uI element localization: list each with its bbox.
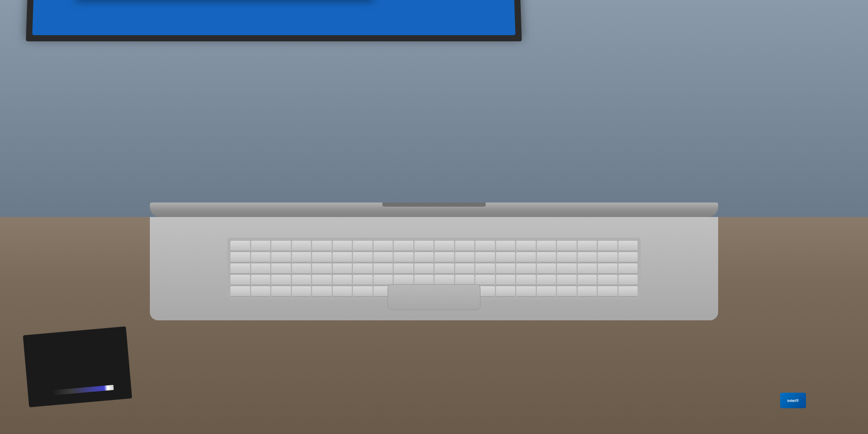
- keyboard-key: [271, 252, 291, 262]
- keyboard-key: [414, 252, 434, 262]
- keyboard-key: [353, 264, 373, 274]
- keyboard-key: [374, 264, 393, 274]
- keyboard-key: [475, 264, 495, 274]
- keyboard-key: [455, 252, 475, 262]
- keyboard-key: [435, 275, 454, 285]
- keyboard-key: [598, 275, 617, 285]
- keyboard-key: [251, 275, 271, 285]
- keyboard-key: [353, 241, 373, 251]
- keyboard-key: [333, 252, 352, 262]
- keyboard-key: [271, 286, 291, 297]
- keyboard-key: [598, 252, 617, 262]
- keyboard-key: [374, 252, 393, 262]
- keyboard-key: [353, 275, 373, 285]
- keyboard-key: [557, 252, 577, 262]
- keyboard-key: [230, 275, 250, 285]
- keyboard-key: [414, 264, 434, 274]
- keyboard-key: [455, 241, 475, 251]
- keyboard-key: [292, 264, 312, 274]
- keyboard-key: [374, 275, 393, 285]
- keyboard-key: [251, 252, 271, 262]
- keyboard-key: [516, 264, 536, 274]
- keyboard-key: [251, 286, 271, 297]
- keyboard-key: [292, 275, 312, 285]
- keyboard-key: [618, 286, 638, 297]
- keyboard-key: [537, 252, 556, 262]
- keyboard-key: [271, 241, 291, 251]
- keyboard-key: [557, 286, 577, 297]
- keyboard-key: [516, 241, 536, 251]
- keyboard-key: [333, 264, 352, 274]
- keyboard-key: [618, 241, 638, 251]
- keyboard-key: [557, 264, 577, 274]
- keyboard-area: [150, 217, 718, 320]
- keyboard-key: [230, 252, 250, 262]
- keyboard-key: [496, 252, 516, 262]
- keyboard-key: [496, 264, 516, 274]
- keyboard-key: [455, 275, 475, 285]
- keyboard-key: [516, 286, 536, 297]
- keyboard-key: [312, 286, 332, 297]
- keyboard-key: [230, 241, 250, 251]
- keyboard-key: [251, 264, 271, 274]
- keyboard-key: [312, 252, 332, 262]
- keyboard-key: [414, 241, 434, 251]
- keyboard-key: [598, 286, 617, 297]
- keyboard-key: [516, 275, 536, 285]
- laptop-screen-bezel: Task Manager – □ ✕ File Options View Pro…: [26, 0, 522, 41]
- laptop-base: [150, 203, 718, 217]
- keyboard-key: [475, 252, 495, 262]
- keyboard-key: [557, 241, 577, 251]
- keyboard-key: [435, 241, 454, 251]
- keyboard-key: [271, 264, 291, 274]
- keyboard-key: [312, 264, 332, 274]
- keyboard-key: [578, 252, 597, 262]
- keyboard-key: [333, 241, 352, 251]
- keyboard-key: [312, 275, 332, 285]
- keyboard-key: [251, 241, 271, 251]
- keyboard-key: [618, 275, 638, 285]
- keyboard-key: [230, 286, 250, 297]
- keyboard-key: [435, 252, 454, 262]
- keyboard-key: [537, 241, 556, 251]
- keyboard-key: [598, 264, 617, 274]
- keyboard-key: [537, 286, 556, 297]
- keyboard-key: [435, 264, 454, 274]
- keyboard-key: [475, 241, 495, 251]
- keyboard-key: [333, 286, 352, 297]
- touchpad[interactable]: [388, 284, 481, 310]
- keyboard-key: [292, 252, 312, 262]
- keyboard-key: [537, 275, 556, 285]
- keyboard-key: [618, 264, 638, 274]
- keyboard-key: [230, 264, 250, 274]
- keyboard-key: [598, 241, 617, 251]
- keyboard-key: [578, 286, 597, 297]
- keyboard-key: [537, 264, 556, 274]
- laptop-body: [150, 203, 718, 320]
- hinge: [382, 203, 486, 207]
- keyboard-key: [496, 241, 516, 251]
- keyboard-key: [292, 286, 312, 297]
- notebook: [23, 327, 132, 408]
- keyboard-key: [394, 241, 413, 251]
- keyboard-key: [455, 264, 475, 274]
- laptop-screen: Task Manager – □ ✕ File Options View Pro…: [32, 0, 515, 35]
- keyboard-key: [475, 275, 495, 285]
- intel-badge: intel®: [780, 393, 806, 408]
- keyboard-key: [292, 241, 312, 251]
- keyboard-key: [578, 241, 597, 251]
- keyboard-key: [578, 275, 597, 285]
- keyboard-key: [496, 275, 516, 285]
- keyboard-key: [374, 241, 393, 251]
- keyboard-key: [414, 275, 434, 285]
- keyboard-key: [333, 275, 352, 285]
- keyboard-key: [353, 252, 373, 262]
- keyboard-key: [496, 286, 516, 297]
- keyboard-key: [312, 241, 332, 251]
- keyboard-key: [353, 286, 373, 297]
- keyboard-key: [578, 264, 597, 274]
- keyboard-key: [394, 275, 413, 285]
- keyboard-key: [271, 275, 291, 285]
- keyboard-key: [394, 264, 413, 274]
- keyboard-key: [516, 252, 536, 262]
